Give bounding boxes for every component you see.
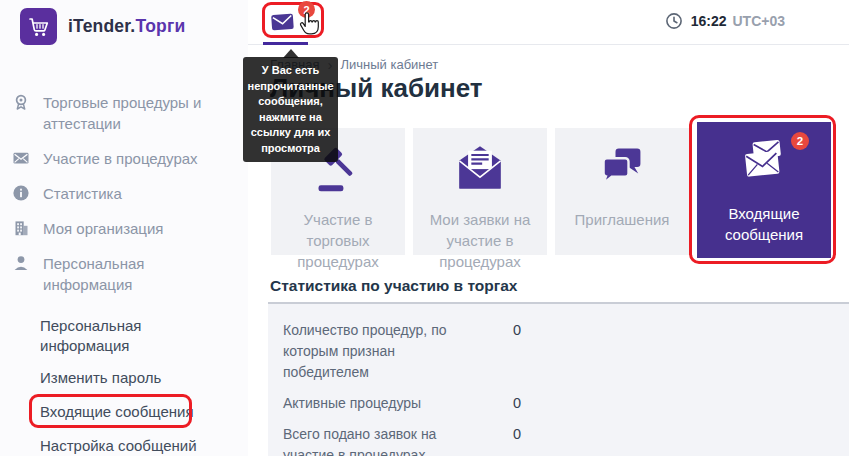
sidebar-subitem-incoming-messages[interactable]: Входящие сообщения [0,396,248,428]
clock-block: 16:22 UTC+03 [665,12,785,30]
card-incoming-messages[interactable]: 2 Входящие сообщения [697,122,831,258]
card-my-applications[interactable]: Мои заявки на участие в процедурах [413,128,547,255]
mouse-cursor-icon [298,12,320,42]
sidebar-nav: Торговые процедуры и аттестации Участие … [0,85,248,456]
dashboard-cards: Участие в торговых процедурах Мои заявки… [271,128,839,258]
topbar: 2 16:22 UTC+03 [248,0,849,45]
stat-row: Активные процедуры 0 [283,393,849,414]
envelope-icon [12,149,30,167]
logo[interactable]: iTender.Торги [0,0,248,45]
stat-row: Количество процедур, по которым признан … [283,320,849,383]
building-icon [12,219,30,237]
envelope-open-icon [454,142,506,198]
sidebar-subitem-message-settings[interactable]: Настройка сообщений [0,430,248,456]
sidebar-subitem-change-password[interactable]: Изменить пароль [0,362,248,394]
sidebar-item-statistics[interactable]: Статистика [0,176,248,211]
sidebar-item-participation[interactable]: Участие в процедурах [0,141,248,176]
stats-title: Статистика по участию в торгах [270,277,517,295]
main-content: Главная › Личный кабинет Личный кабинет … [248,45,849,456]
sidebar: iTender.Торги Торговые процедуры и аттес… [0,0,248,456]
card-invitations[interactable]: Приглашения [555,128,689,255]
sidebar-item-organization[interactable]: Моя организация [0,211,248,246]
stats-panel: Количество процедур, по которым признан … [268,302,849,456]
sidebar-subitem-personal-info[interactable]: Персональная информация [0,310,248,362]
sidebar-sublist: Персональная информация Изменить пароль … [0,310,248,456]
card-unread-badge: 2 [791,132,809,150]
time-value: 16:22 [691,13,727,29]
user-icon [12,254,30,272]
envelope-badge-icon [738,136,790,192]
award-icon [12,93,30,111]
breadcrumb-current: Личный кабинет [340,57,438,72]
clock-icon [665,12,683,30]
brand-name: iTender.Торги [68,16,185,37]
sidebar-item-trade-procedures[interactable]: Торговые процедуры и аттестации [0,85,248,141]
info-icon [12,184,30,202]
cart-icon [20,8,57,45]
unread-messages-tooltip: У Вас есть непрочитанные сообщения, нажм… [243,57,338,162]
sidebar-item-personal-info[interactable]: Персональная информация [0,246,248,302]
chat-bubbles-icon [596,142,648,198]
stat-row: Всего подано заявок на участие в процеду… [283,424,849,456]
timezone-value: UTC+03 [732,13,785,29]
envelope-icon [270,10,296,38]
